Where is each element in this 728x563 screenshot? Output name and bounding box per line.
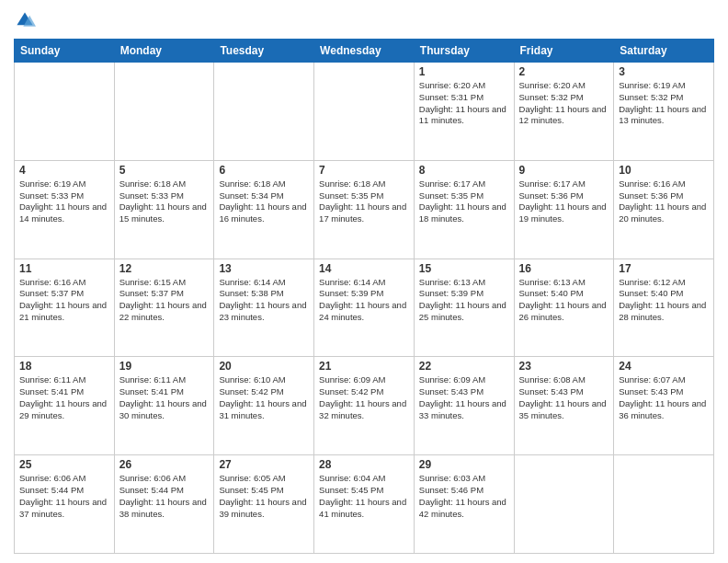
day-number: 28: [319, 458, 409, 471]
calendar-cell: [514, 455, 614, 554]
page: SundayMondayTuesdayWednesdayThursdayFrid…: [0, 0, 728, 563]
day-info: Sunrise: 6:06 AM Sunset: 5:44 PM Dayligh…: [119, 473, 210, 520]
calendar-cell: 3Sunrise: 6:19 AM Sunset: 5:32 PM Daylig…: [614, 63, 714, 161]
day-number: 11: [19, 262, 109, 275]
calendar-cell: 29Sunrise: 6:03 AM Sunset: 5:46 PM Dayli…: [414, 455, 514, 554]
logo: [14, 9, 40, 31]
calendar-cell: [214, 63, 314, 161]
day-info: Sunrise: 6:19 AM Sunset: 5:32 PM Dayligh…: [619, 80, 709, 127]
calendar-cell: 8Sunrise: 6:17 AM Sunset: 5:35 PM Daylig…: [414, 160, 514, 259]
calendar-week-2: 4Sunrise: 6:19 AM Sunset: 5:33 PM Daylig…: [15, 160, 714, 259]
calendar-week-5: 25Sunrise: 6:06 AM Sunset: 5:44 PM Dayli…: [15, 455, 714, 554]
calendar-cell: 5Sunrise: 6:18 AM Sunset: 5:33 PM Daylig…: [114, 160, 214, 259]
calendar-cell: 17Sunrise: 6:12 AM Sunset: 5:40 PM Dayli…: [614, 259, 714, 357]
calendar-cell: 10Sunrise: 6:16 AM Sunset: 5:36 PM Dayli…: [614, 160, 714, 259]
day-number: 24: [619, 360, 709, 373]
weekday-header-thursday: Thursday: [414, 40, 514, 63]
day-info: Sunrise: 6:08 AM Sunset: 5:43 PM Dayligh…: [519, 374, 609, 421]
calendar-table: SundayMondayTuesdayWednesdayThursdayFrid…: [14, 39, 714, 554]
calendar-cell: 9Sunrise: 6:17 AM Sunset: 5:36 PM Daylig…: [514, 160, 614, 259]
day-info: Sunrise: 6:18 AM Sunset: 5:33 PM Dayligh…: [119, 178, 210, 225]
day-info: Sunrise: 6:20 AM Sunset: 5:32 PM Dayligh…: [519, 80, 609, 127]
day-info: Sunrise: 6:03 AM Sunset: 5:46 PM Dayligh…: [419, 473, 509, 520]
calendar-week-1: 1Sunrise: 6:20 AM Sunset: 5:31 PM Daylig…: [15, 63, 714, 161]
calendar-week-4: 18Sunrise: 6:11 AM Sunset: 5:41 PM Dayli…: [15, 357, 714, 455]
day-info: Sunrise: 6:04 AM Sunset: 5:45 PM Dayligh…: [319, 473, 409, 520]
day-info: Sunrise: 6:07 AM Sunset: 5:43 PM Dayligh…: [619, 374, 709, 421]
calendar-cell: 1Sunrise: 6:20 AM Sunset: 5:31 PM Daylig…: [414, 63, 514, 161]
weekday-header-sunday: Sunday: [15, 40, 115, 63]
day-info: Sunrise: 6:09 AM Sunset: 5:43 PM Dayligh…: [419, 374, 509, 421]
calendar-cell: 23Sunrise: 6:08 AM Sunset: 5:43 PM Dayli…: [514, 357, 614, 455]
header: [14, 9, 714, 31]
day-number: 6: [219, 164, 309, 177]
day-number: 20: [219, 360, 309, 373]
calendar-cell: 2Sunrise: 6:20 AM Sunset: 5:32 PM Daylig…: [514, 63, 614, 161]
day-info: Sunrise: 6:17 AM Sunset: 5:36 PM Dayligh…: [519, 178, 609, 225]
day-info: Sunrise: 6:11 AM Sunset: 5:41 PM Dayligh…: [119, 374, 210, 421]
day-info: Sunrise: 6:10 AM Sunset: 5:42 PM Dayligh…: [219, 374, 309, 421]
day-number: 3: [619, 65, 709, 78]
day-info: Sunrise: 6:06 AM Sunset: 5:44 PM Dayligh…: [19, 473, 109, 520]
day-number: 23: [519, 360, 609, 373]
day-info: Sunrise: 6:11 AM Sunset: 5:41 PM Dayligh…: [19, 374, 109, 421]
day-info: Sunrise: 6:13 AM Sunset: 5:39 PM Dayligh…: [419, 277, 509, 324]
day-info: Sunrise: 6:17 AM Sunset: 5:35 PM Dayligh…: [419, 178, 509, 225]
calendar-cell: 15Sunrise: 6:13 AM Sunset: 5:39 PM Dayli…: [414, 259, 514, 357]
calendar-cell: 4Sunrise: 6:19 AM Sunset: 5:33 PM Daylig…: [15, 160, 115, 259]
calendar-cell: 12Sunrise: 6:15 AM Sunset: 5:37 PM Dayli…: [114, 259, 214, 357]
calendar-cell: 14Sunrise: 6:14 AM Sunset: 5:39 PM Dayli…: [314, 259, 415, 357]
day-number: 1: [419, 65, 509, 78]
day-number: 15: [419, 262, 509, 275]
day-number: 5: [119, 164, 210, 177]
day-number: 22: [419, 360, 509, 373]
day-info: Sunrise: 6:12 AM Sunset: 5:40 PM Dayligh…: [619, 277, 709, 324]
day-number: 16: [519, 262, 609, 275]
day-number: 14: [319, 262, 409, 275]
weekday-header-friday: Friday: [514, 40, 614, 63]
weekday-header-monday: Monday: [114, 40, 214, 63]
day-number: 4: [19, 164, 109, 177]
day-info: Sunrise: 6:05 AM Sunset: 5:45 PM Dayligh…: [219, 473, 309, 520]
day-info: Sunrise: 6:16 AM Sunset: 5:37 PM Dayligh…: [19, 277, 109, 324]
calendar-cell: [614, 455, 714, 554]
day-info: Sunrise: 6:14 AM Sunset: 5:39 PM Dayligh…: [319, 277, 409, 324]
calendar-cell: 28Sunrise: 6:04 AM Sunset: 5:45 PM Dayli…: [314, 455, 415, 554]
weekday-row: SundayMondayTuesdayWednesdayThursdayFrid…: [15, 40, 714, 63]
calendar-cell: 18Sunrise: 6:11 AM Sunset: 5:41 PM Dayli…: [15, 357, 115, 455]
day-number: 18: [19, 360, 109, 373]
calendar-cell: 16Sunrise: 6:13 AM Sunset: 5:40 PM Dayli…: [514, 259, 614, 357]
calendar-cell: 26Sunrise: 6:06 AM Sunset: 5:44 PM Dayli…: [114, 455, 214, 554]
calendar-cell: 21Sunrise: 6:09 AM Sunset: 5:42 PM Dayli…: [314, 357, 415, 455]
calendar-header: SundayMondayTuesdayWednesdayThursdayFrid…: [15, 40, 714, 63]
day-number: 26: [119, 458, 210, 471]
day-number: 2: [519, 65, 609, 78]
day-number: 21: [319, 360, 409, 373]
day-number: 10: [619, 164, 709, 177]
calendar-week-3: 11Sunrise: 6:16 AM Sunset: 5:37 PM Dayli…: [15, 259, 714, 357]
day-number: 12: [119, 262, 210, 275]
calendar-cell: 27Sunrise: 6:05 AM Sunset: 5:45 PM Dayli…: [214, 455, 314, 554]
day-number: 25: [19, 458, 109, 471]
day-number: 7: [319, 164, 409, 177]
day-info: Sunrise: 6:13 AM Sunset: 5:40 PM Dayligh…: [519, 277, 609, 324]
calendar-cell: [114, 63, 214, 161]
day-info: Sunrise: 6:09 AM Sunset: 5:42 PM Dayligh…: [319, 374, 409, 421]
calendar-cell: 22Sunrise: 6:09 AM Sunset: 5:43 PM Dayli…: [414, 357, 514, 455]
day-info: Sunrise: 6:16 AM Sunset: 5:36 PM Dayligh…: [619, 178, 709, 225]
calendar-cell: 19Sunrise: 6:11 AM Sunset: 5:41 PM Dayli…: [114, 357, 214, 455]
day-number: 13: [219, 262, 309, 275]
calendar-cell: 7Sunrise: 6:18 AM Sunset: 5:35 PM Daylig…: [314, 160, 415, 259]
day-number: 29: [419, 458, 509, 471]
calendar-body: 1Sunrise: 6:20 AM Sunset: 5:31 PM Daylig…: [15, 63, 714, 554]
logo-icon: [14, 9, 36, 31]
calendar-cell: [15, 63, 115, 161]
day-info: Sunrise: 6:18 AM Sunset: 5:34 PM Dayligh…: [219, 178, 309, 225]
day-number: 17: [619, 262, 709, 275]
calendar-cell: 24Sunrise: 6:07 AM Sunset: 5:43 PM Dayli…: [614, 357, 714, 455]
day-number: 8: [419, 164, 509, 177]
day-info: Sunrise: 6:18 AM Sunset: 5:35 PM Dayligh…: [319, 178, 409, 225]
weekday-header-tuesday: Tuesday: [214, 40, 314, 63]
day-number: 19: [119, 360, 210, 373]
day-number: 27: [219, 458, 309, 471]
